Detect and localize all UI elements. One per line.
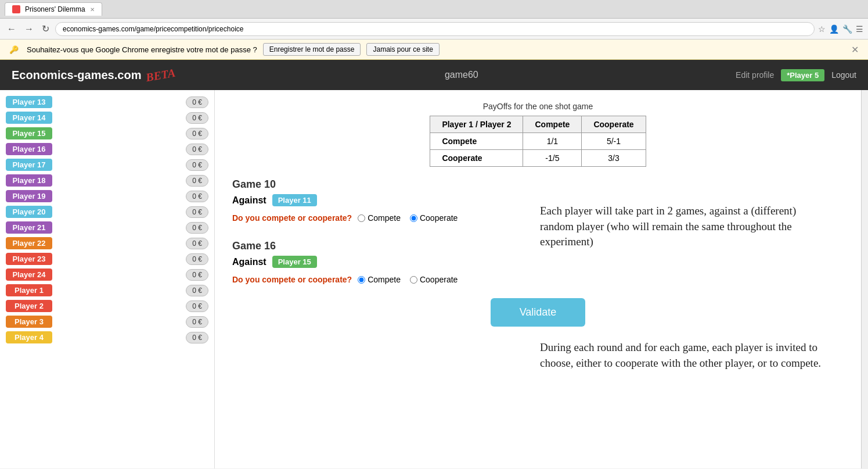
player-row: Player 2 0 € xyxy=(6,300,208,312)
payoff-cooperate-compete: -1/5 xyxy=(523,150,582,167)
extensions-icon[interactable]: 🔧 xyxy=(842,24,852,34)
player-name-tag[interactable]: Player 20 xyxy=(6,206,52,218)
game-2-against-row: Against Player 15 xyxy=(232,256,844,268)
player-score-badge: 0 € xyxy=(186,206,208,218)
logout-button[interactable]: Logout xyxy=(831,70,856,80)
player-row: Player 3 0 € xyxy=(6,316,208,328)
forward-button[interactable]: → xyxy=(22,23,36,35)
player-row: Player 17 0 € xyxy=(6,159,208,171)
payoff-compete-compete: 1/1 xyxy=(523,133,582,150)
player-name-tag[interactable]: Player 3 xyxy=(6,316,52,328)
payoff-header-player: Player 1 / Player 2 xyxy=(430,116,523,133)
never-save-button[interactable]: Jamais pour ce site xyxy=(366,43,439,56)
player-name-tag[interactable]: Player 18 xyxy=(6,174,52,187)
tab-close-button[interactable]: ✕ xyxy=(90,6,95,13)
payoff-title: PayOffs for the one shot game xyxy=(232,102,844,111)
game-2-cooperate-radio[interactable] xyxy=(410,276,417,284)
game-2-against-label: Against xyxy=(232,257,266,267)
tab-favicon xyxy=(12,5,20,13)
game-2-radio-group: Compete Cooperate xyxy=(358,275,458,284)
game-2-question: Do you compete or cooperate? xyxy=(232,275,352,284)
payoff-row-compete-label: Compete xyxy=(430,133,523,150)
content-area: PayOffs for the one shot game Player 1 /… xyxy=(215,90,861,468)
player-score-badge: 0 € xyxy=(186,191,208,202)
player-name-tag[interactable]: Player 2 xyxy=(6,300,52,312)
game-name: game60 xyxy=(445,70,478,80)
payoff-row-compete: Compete 1/1 5/-1 xyxy=(430,133,646,150)
player-name-tag[interactable]: Player 16 xyxy=(6,143,52,155)
back-button[interactable]: ← xyxy=(5,23,19,35)
game-1-title: Game 10 xyxy=(232,178,844,191)
validate-section: Validate xyxy=(232,298,844,327)
player-name-tag[interactable]: Player 17 xyxy=(6,159,52,171)
player-name-tag[interactable]: Player 13 xyxy=(6,96,52,108)
player-row: Player 18 0 € xyxy=(6,174,208,187)
game-1-cooperate-radio[interactable] xyxy=(410,214,417,222)
key-icon: 🔑 xyxy=(9,45,19,54)
player-row: Player 16 0 € xyxy=(6,143,208,155)
player-score-badge: 0 € xyxy=(186,238,208,249)
player-score-badge: 0 € xyxy=(186,175,208,187)
game-2-compete-option[interactable]: Compete xyxy=(358,275,401,284)
game-1-cooperate-label: Cooperate xyxy=(420,213,458,223)
user-icon[interactable]: 👤 xyxy=(829,24,839,34)
player-row: Player 1 0 € xyxy=(6,284,208,296)
edit-profile-link[interactable]: Edit profile xyxy=(736,70,774,80)
player-name-tag[interactable]: Player 19 xyxy=(6,190,52,202)
game-2-choice-row: Do you compete or cooperate? Compete Coo… xyxy=(232,275,844,284)
password-bar-close-button[interactable]: ✕ xyxy=(851,44,859,55)
browser-tab[interactable]: Prisoners' Dilemma ✕ xyxy=(5,2,102,16)
player-name-tag[interactable]: Player 24 xyxy=(6,268,52,281)
password-save-bar: 🔑 Souhaitez-vous que Google Chrome enreg… xyxy=(0,40,868,60)
player-name-tag[interactable]: Player 23 xyxy=(6,253,52,265)
scrollbar[interactable] xyxy=(861,90,868,468)
player-name-tag[interactable]: Player 22 xyxy=(6,237,52,249)
main-layout: Player 13 0 € Player 14 0 € Player 15 0 … xyxy=(0,90,868,468)
player-row: Player 15 0 € xyxy=(6,127,208,139)
player-score-badge: 0 € xyxy=(186,269,208,281)
game-1-against-label: Against xyxy=(232,195,266,206)
address-bar[interactable] xyxy=(55,22,815,36)
payoff-table: Player 1 / Player 2 Compete Cooperate Co… xyxy=(430,116,646,167)
game-1-compete-label: Compete xyxy=(368,213,401,223)
payoff-header-compete: Compete xyxy=(523,116,582,133)
game-1-cooperate-option[interactable]: Cooperate xyxy=(410,213,458,223)
player-name-tag[interactable]: Player 14 xyxy=(6,112,52,124)
player-name-tag[interactable]: Player 15 xyxy=(6,127,52,139)
browser-toolbar: ← → ↻ ☆ 👤 🔧 ☰ xyxy=(0,19,868,40)
player-row: Player 13 0 € xyxy=(6,96,208,108)
tab-title: Prisoners' Dilemma xyxy=(25,5,85,13)
payoff-header-cooperate: Cooperate xyxy=(582,116,646,133)
payoff-cooperate-cooperate: 3/3 xyxy=(582,150,646,167)
sidebar: Player 13 0 € Player 14 0 € Player 15 0 … xyxy=(0,90,215,468)
player-score-badge: 0 € xyxy=(186,128,208,139)
player-score-badge: 0 € xyxy=(186,144,208,155)
menu-icon[interactable]: ☰ xyxy=(856,24,863,34)
player-row: Player 23 0 € xyxy=(6,253,208,265)
payoff-section: PayOffs for the one shot game Player 1 /… xyxy=(232,102,844,167)
player-row: Player 20 0 € xyxy=(6,206,208,218)
password-bar-text: Souhaitez-vous que Google Chrome enregis… xyxy=(27,45,257,54)
player-row: Player 4 0 € xyxy=(6,331,208,343)
player-score-badge: 0 € xyxy=(186,222,208,234)
player-score-badge: 0 € xyxy=(186,112,208,124)
save-password-button[interactable]: Enregistrer le mot de passe xyxy=(263,43,361,56)
game-1-compete-option[interactable]: Compete xyxy=(358,213,401,223)
game-2-compete-radio[interactable] xyxy=(358,276,365,284)
player-row: Player 14 0 € xyxy=(6,112,208,124)
game-2-cooperate-option[interactable]: Cooperate xyxy=(410,275,458,284)
app-logo: Economics-games.com xyxy=(12,69,141,82)
player-score-badge: 0 € xyxy=(186,332,208,343)
player-name-tag[interactable]: Player 4 xyxy=(6,331,52,343)
payoff-row-cooperate-label: Cooperate xyxy=(430,150,523,167)
validate-button[interactable]: Validate xyxy=(491,298,586,327)
player-name-tag[interactable]: Player 1 xyxy=(6,284,52,296)
game-1-compete-radio[interactable] xyxy=(358,214,365,222)
app-header: Economics-games.com BETA game60 Edit pro… xyxy=(0,60,868,90)
player-score-badge: 0 € xyxy=(186,285,208,296)
bookmark-icon[interactable]: ☆ xyxy=(818,24,826,34)
player-row: Player 21 0 € xyxy=(6,221,208,234)
reload-button[interactable]: ↻ xyxy=(39,22,52,35)
player-score-badge: 0 € xyxy=(186,159,208,171)
player-name-tag[interactable]: Player 21 xyxy=(6,221,52,234)
